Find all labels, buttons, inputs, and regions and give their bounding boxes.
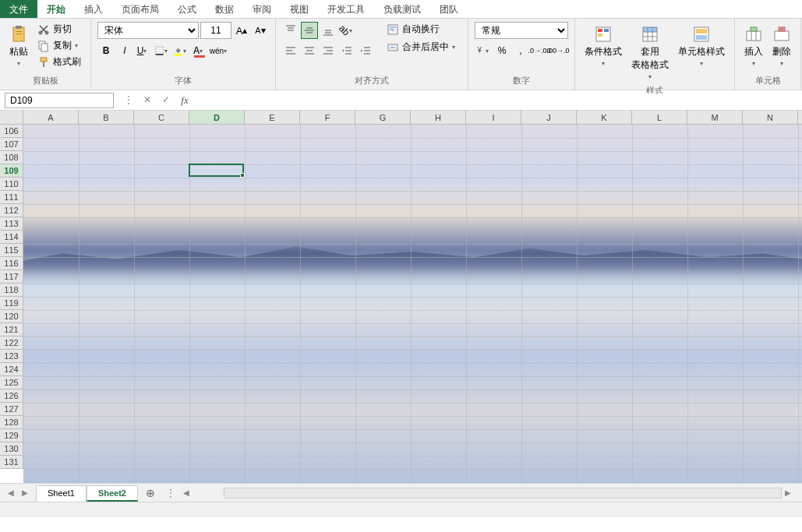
spreadsheet-grid[interactable]: ABCDEFGHIJKLMN 1061071081091101111121131…	[0, 111, 802, 483]
cancel-formula-button[interactable]: ✕	[140, 94, 154, 107]
add-sheet-button[interactable]: ⊕	[143, 487, 158, 499]
col-header-I[interactable]: I	[466, 111, 521, 124]
tab-load[interactable]: 负载测试	[374, 0, 430, 18]
sheet-tab-sheet2[interactable]: Sheet2	[87, 485, 138, 502]
row-header-114[interactable]: 114	[0, 231, 23, 244]
tab-team[interactable]: 团队	[430, 0, 468, 18]
decrease-decimal-button[interactable]: .00→.0	[549, 42, 567, 59]
row-header-115[interactable]: 115	[0, 244, 23, 257]
row-header-122[interactable]: 122	[0, 336, 23, 350]
row-header-108[interactable]: 108	[0, 151, 23, 164]
col-header-K[interactable]: K	[577, 111, 632, 124]
sheet-tab-sheet1[interactable]: Sheet1	[36, 485, 87, 502]
wrap-text-button[interactable]: 自动换行	[383, 22, 461, 37]
tab-file[interactable]: 文件	[0, 0, 37, 18]
row-header-111[interactable]: 111	[0, 191, 23, 204]
col-header-J[interactable]: J	[521, 111, 577, 124]
col-header-M[interactable]: M	[687, 111, 743, 124]
align-middle-button[interactable]	[301, 22, 318, 39]
fill-handle[interactable]	[240, 173, 245, 178]
align-bottom-button[interactable]	[320, 22, 337, 39]
col-header-L[interactable]: L	[632, 111, 687, 124]
align-left-button[interactable]	[282, 42, 299, 59]
row-header-119[interactable]: 119	[0, 297, 23, 310]
orientation-button[interactable]: ab▾	[338, 22, 355, 39]
insert-cells-button[interactable]: 插入▾	[741, 22, 766, 70]
table-format-button[interactable]: 套用 表格格式▾	[628, 22, 672, 83]
hscroll-left[interactable]: ◀	[180, 488, 193, 497]
tab-layout[interactable]: 页面布局	[112, 0, 168, 18]
select-all-corner[interactable]	[0, 111, 23, 125]
fill-color-button[interactable]: ▾	[172, 42, 189, 59]
row-header-116[interactable]: 116	[0, 257, 23, 270]
increase-indent-button[interactable]	[357, 42, 374, 59]
conditional-format-button[interactable]: 条件格式▾	[581, 22, 625, 70]
tab-review[interactable]: 审阅	[243, 0, 281, 18]
tab-insert[interactable]: 插入	[75, 0, 112, 18]
row-header-126[interactable]: 126	[0, 389, 23, 403]
row-header-118[interactable]: 118	[0, 284, 23, 297]
align-right-button[interactable]	[320, 42, 337, 59]
row-header-117[interactable]: 117	[0, 270, 23, 284]
increase-decimal-button[interactable]: .0→.00	[531, 42, 548, 59]
cell-style-button[interactable]: 单元格样式▾	[675, 22, 728, 70]
paste-button[interactable]: 粘贴 ▾	[6, 22, 31, 70]
copy-button[interactable]: 复制▾	[34, 38, 84, 53]
row-header-124[interactable]: 124	[0, 363, 23, 376]
row-header-112[interactable]: 112	[0, 204, 23, 217]
row-header-106[interactable]: 106	[0, 125, 23, 138]
col-header-E[interactable]: E	[245, 111, 300, 124]
row-header-109[interactable]: 109	[0, 164, 23, 178]
format-painter-button[interactable]: 格式刷	[34, 55, 84, 69]
fx-icon[interactable]: fx	[178, 94, 192, 107]
increase-font-button[interactable]: A▴	[233, 22, 250, 39]
comma-button[interactable]: ,	[512, 42, 529, 59]
col-header-N[interactable]: N	[743, 111, 798, 124]
currency-button[interactable]: ¥▾	[475, 42, 492, 59]
border-button[interactable]: ▾	[154, 42, 171, 59]
italic-button[interactable]: I	[116, 42, 133, 59]
bold-button[interactable]: B	[97, 42, 115, 59]
sheet-nav-next[interactable]: ▶	[19, 488, 31, 497]
col-header-G[interactable]: G	[355, 111, 411, 124]
font-color-button[interactable]: A▾	[191, 42, 208, 59]
merge-center-button[interactable]: 合并后居中▾	[383, 40, 461, 55]
underline-button[interactable]: U▾	[135, 42, 152, 59]
hscroll-right[interactable]: ▶	[782, 488, 794, 497]
row-header-131[interactable]: 131	[0, 456, 23, 469]
row-header-130[interactable]: 130	[0, 442, 23, 456]
align-top-button[interactable]	[282, 22, 299, 39]
font-size-input[interactable]	[200, 22, 231, 39]
percent-button[interactable]: %	[493, 42, 511, 59]
row-header-123[interactable]: 123	[0, 350, 23, 363]
row-header-113[interactable]: 113	[0, 217, 23, 231]
decrease-font-button[interactable]: A▾	[252, 22, 269, 39]
delete-cells-button[interactable]: 删除▾	[769, 22, 794, 70]
accept-formula-button[interactable]: ✓	[159, 94, 173, 107]
row-header-110[interactable]: 110	[0, 178, 23, 191]
col-header-C[interactable]: C	[134, 111, 189, 124]
font-name-select[interactable]: 宋体	[97, 22, 199, 39]
dropdown-icon[interactable]: ⋮	[122, 94, 136, 107]
name-box[interactable]	[5, 93, 114, 108]
row-header-129[interactable]: 129	[0, 429, 23, 442]
row-header-125[interactable]: 125	[0, 376, 23, 389]
tab-dev[interactable]: 开发工具	[318, 0, 374, 18]
row-header-128[interactable]: 128	[0, 416, 23, 429]
decrease-indent-button[interactable]	[338, 42, 355, 59]
row-header-120[interactable]: 120	[0, 310, 23, 323]
row-header-121[interactable]: 121	[0, 323, 23, 336]
row-header-107[interactable]: 107	[0, 138, 23, 151]
tab-home[interactable]: 开始	[37, 0, 75, 18]
tab-formula[interactable]: 公式	[168, 0, 206, 18]
align-center-button[interactable]	[301, 42, 318, 59]
sheet-nav-prev[interactable]: ◀	[5, 488, 17, 497]
hscroll-track[interactable]	[224, 488, 782, 499]
col-header-B[interactable]: B	[79, 111, 134, 124]
col-header-F[interactable]: F	[300, 111, 355, 124]
col-header-H[interactable]: H	[411, 111, 466, 124]
col-header-D[interactable]: D	[189, 111, 245, 124]
col-header-A[interactable]: A	[23, 111, 79, 124]
row-header-127[interactable]: 127	[0, 403, 23, 416]
cut-button[interactable]: 剪切	[34, 22, 84, 37]
